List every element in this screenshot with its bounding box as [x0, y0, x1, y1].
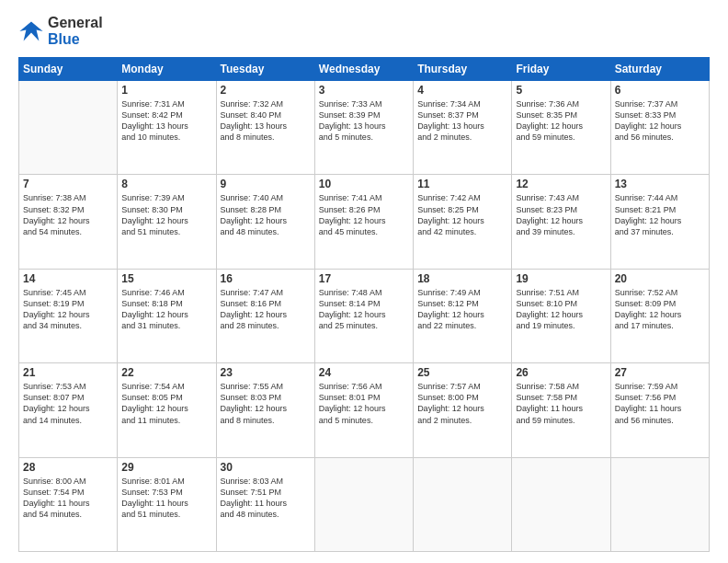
- cell-info: Sunset: 8:33 PM: [615, 109, 705, 121]
- calendar-cell: [19, 81, 118, 175]
- col-thursday: Thursday: [414, 58, 512, 81]
- calendar-cell: [414, 457, 512, 551]
- cell-info: Sunset: 7:53 PM: [121, 487, 211, 498]
- day-number: 28: [23, 461, 113, 474]
- calendar-cell: 12Sunrise: 7:43 AMSunset: 8:23 PMDayligh…: [512, 175, 610, 269]
- cell-info: Daylight: 12 hours: [417, 403, 507, 414]
- cell-info: Daylight: 12 hours: [516, 215, 606, 226]
- cell-info: Sunset: 8:19 PM: [23, 298, 113, 309]
- calendar-cell: 2Sunrise: 7:32 AMSunset: 8:40 PMDaylight…: [216, 81, 314, 175]
- day-number: 30: [221, 461, 311, 474]
- cell-info: Daylight: 12 hours: [23, 215, 113, 226]
- cell-info: and 48 minutes.: [221, 509, 311, 520]
- day-number: 11: [417, 178, 507, 190]
- day-number: 1: [121, 84, 211, 97]
- day-number: 13: [615, 178, 705, 190]
- cell-info: Sunrise: 7:38 AM: [23, 192, 113, 203]
- day-number: 15: [121, 272, 211, 285]
- cell-info: and 42 minutes.: [417, 226, 507, 237]
- cell-info: Sunrise: 7:55 AM: [221, 381, 311, 392]
- cell-info: Daylight: 12 hours: [121, 403, 211, 414]
- day-number: 29: [121, 461, 211, 474]
- cell-info: and 5 minutes.: [319, 132, 409, 143]
- cell-info: Sunrise: 7:32 AM: [221, 98, 311, 109]
- cell-info: Daylight: 12 hours: [615, 309, 705, 320]
- calendar-cell: 28Sunrise: 8:00 AMSunset: 7:54 PMDayligh…: [19, 457, 118, 551]
- cell-info: and 56 minutes.: [615, 415, 705, 426]
- cell-info: Daylight: 11 hours: [221, 498, 311, 509]
- col-sunday: Sunday: [19, 58, 118, 81]
- calendar-cell: 15Sunrise: 7:46 AMSunset: 8:18 PMDayligh…: [118, 269, 216, 362]
- calendar-cell: 16Sunrise: 7:47 AMSunset: 8:16 PMDayligh…: [216, 269, 314, 362]
- cell-info: and 48 minutes.: [221, 226, 311, 237]
- cell-info: Sunrise: 7:56 AM: [319, 381, 409, 392]
- calendar-table: Sunday Monday Tuesday Wednesday Thursday…: [18, 57, 710, 552]
- cell-info: Daylight: 11 hours: [23, 498, 113, 509]
- cell-info: Sunrise: 8:00 AM: [23, 476, 113, 487]
- cell-info: Sunrise: 7:47 AM: [221, 287, 311, 298]
- cell-info: Sunrise: 7:48 AM: [319, 287, 409, 298]
- cell-info: Sunrise: 7:53 AM: [23, 381, 113, 392]
- cell-info: Sunset: 8:23 PM: [516, 204, 606, 215]
- week-row-1: 1Sunrise: 7:31 AMSunset: 8:42 PMDaylight…: [19, 81, 710, 175]
- cell-info: and 51 minutes.: [121, 509, 211, 520]
- cell-info: Sunrise: 7:52 AM: [615, 287, 705, 298]
- cell-info: Daylight: 12 hours: [516, 309, 606, 320]
- day-number: 10: [319, 178, 409, 190]
- day-number: 23: [221, 366, 311, 379]
- calendar-cell: [512, 457, 610, 551]
- cell-info: Daylight: 11 hours: [121, 498, 211, 509]
- cell-info: Sunrise: 7:42 AM: [417, 192, 507, 203]
- calendar-cell: 11Sunrise: 7:42 AMSunset: 8:25 PMDayligh…: [414, 175, 512, 269]
- day-number: 25: [417, 366, 507, 379]
- cell-info: and 28 minutes.: [221, 320, 311, 331]
- cell-info: Sunset: 8:09 PM: [615, 298, 705, 309]
- cell-info: Daylight: 12 hours: [23, 403, 113, 414]
- cell-info: Sunrise: 8:03 AM: [221, 476, 311, 487]
- cell-info: Sunset: 8:39 PM: [319, 109, 409, 121]
- cell-info: and 10 minutes.: [121, 132, 211, 143]
- cell-info: Daylight: 12 hours: [121, 309, 211, 320]
- calendar-cell: 14Sunrise: 7:45 AMSunset: 8:19 PMDayligh…: [19, 269, 118, 362]
- cell-info: Sunrise: 7:51 AM: [516, 287, 606, 298]
- cell-info: Sunrise: 7:45 AM: [23, 287, 113, 298]
- day-number: 17: [319, 272, 409, 285]
- week-row-3: 14Sunrise: 7:45 AMSunset: 8:19 PMDayligh…: [19, 269, 710, 362]
- calendar-cell: 20Sunrise: 7:52 AMSunset: 8:09 PMDayligh…: [610, 269, 709, 362]
- cell-info: and 25 minutes.: [319, 320, 409, 331]
- cell-info: Daylight: 12 hours: [615, 215, 705, 226]
- calendar-cell: 3Sunrise: 7:33 AMSunset: 8:39 PMDaylight…: [314, 81, 413, 175]
- calendar-cell: 26Sunrise: 7:58 AMSunset: 7:58 PMDayligh…: [512, 363, 610, 457]
- header: General Blue: [18, 15, 710, 48]
- day-number: 26: [516, 366, 606, 379]
- col-tuesday: Tuesday: [216, 58, 314, 81]
- cell-info: and 14 minutes.: [23, 415, 113, 426]
- day-number: 14: [23, 272, 113, 285]
- svg-marker-0: [19, 22, 42, 41]
- cell-info: Sunrise: 8:01 AM: [121, 476, 211, 487]
- calendar-cell: 4Sunrise: 7:34 AMSunset: 8:37 PMDaylight…: [414, 81, 512, 175]
- page: General Blue Sunday Monday Tuesday Wedne…: [0, 0, 728, 563]
- header-row: Sunday Monday Tuesday Wednesday Thursday…: [19, 58, 710, 81]
- cell-info: Sunset: 8:25 PM: [417, 204, 507, 215]
- day-number: 5: [516, 84, 606, 97]
- week-row-5: 28Sunrise: 8:00 AMSunset: 7:54 PMDayligh…: [19, 457, 710, 551]
- cell-info: Sunrise: 7:33 AM: [319, 98, 409, 109]
- cell-info: and 45 minutes.: [319, 226, 409, 237]
- cell-info: Daylight: 12 hours: [417, 215, 507, 226]
- cell-info: Sunset: 8:00 PM: [417, 392, 507, 403]
- cell-info: Daylight: 12 hours: [23, 309, 113, 320]
- cell-info: Daylight: 12 hours: [221, 309, 311, 320]
- calendar-cell: 7Sunrise: 7:38 AMSunset: 8:32 PMDaylight…: [19, 175, 118, 269]
- cell-info: Sunset: 8:21 PM: [615, 204, 705, 215]
- cell-info: Daylight: 12 hours: [417, 309, 507, 320]
- cell-info: Daylight: 12 hours: [221, 403, 311, 414]
- cell-info: Sunrise: 7:59 AM: [615, 381, 705, 392]
- col-wednesday: Wednesday: [314, 58, 413, 81]
- cell-info: Sunrise: 7:46 AM: [121, 287, 211, 298]
- calendar-cell: 19Sunrise: 7:51 AMSunset: 8:10 PMDayligh…: [512, 269, 610, 362]
- cell-info: and 31 minutes.: [121, 320, 211, 331]
- calendar-cell: 8Sunrise: 7:39 AMSunset: 8:30 PMDaylight…: [118, 175, 216, 269]
- day-number: 19: [516, 272, 606, 285]
- cell-info: Sunset: 8:07 PM: [23, 392, 113, 403]
